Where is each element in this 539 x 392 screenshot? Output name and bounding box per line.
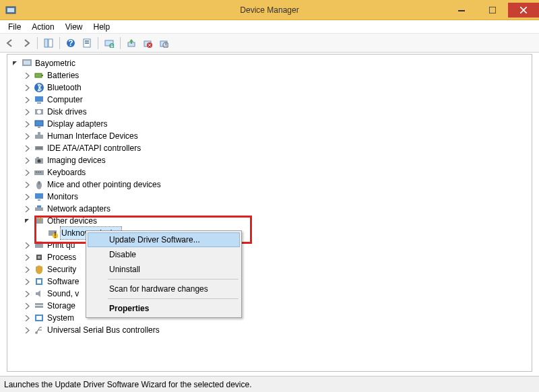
uninstall-button[interactable] [140,36,155,51]
expand-icon[interactable] [24,205,31,213]
disable-button[interactable] [156,36,171,51]
display-icon [34,119,44,129]
tree-item-ide[interactable]: IDE ATA/ATAPI controllers [10,142,532,154]
menu-action[interactable]: Action [26,21,59,33]
update-driver-button[interactable] [124,36,139,51]
expand-icon[interactable] [24,290,31,298]
tree-item-label: Security [47,263,76,275]
tree-item-label: Bluetooth [47,81,82,94]
hid-icon [34,131,44,141]
context-update-driver[interactable]: Update Driver Software... [88,232,240,247]
tree-item-display-adapters[interactable]: Display adapters [10,118,532,130]
expand-icon[interactable] [24,242,31,249]
expand-icon[interactable] [24,84,31,92]
tree-item-label: IDE ATA/ATAPI controllers [47,142,141,154]
toolbar-separator [120,37,121,49]
context-properties[interactable]: Properties [88,301,240,316]
svg-rect-42 [36,172,37,172]
tree-item-computer[interactable]: Computer [10,94,532,106]
monitor-icon [34,191,44,202]
expand-icon[interactable] [24,169,31,176]
tree-item-imaging[interactable]: Imaging devices [10,154,532,166]
close-button[interactable] [508,3,539,18]
tree-item-other-devices[interactable]: ? Other devices [10,215,532,227]
svg-rect-49 [35,207,43,211]
svg-rect-62 [35,303,43,305]
minimize-button[interactable] [446,3,477,18]
collapse-icon[interactable] [11,60,19,67]
window-buttons [446,3,539,18]
expand-icon[interactable] [24,315,31,322]
svg-text:?: ? [68,38,73,48]
expand-icon[interactable] [24,193,31,201]
tree-item-label: Mice and other pointing devices [47,178,161,191]
collapse-icon[interactable] [24,218,31,225]
svg-rect-24 [35,73,42,77]
properties-button[interactable] [80,36,94,51]
svg-rect-13 [105,40,113,46]
svg-rect-44 [40,172,41,172]
expand-icon[interactable] [24,266,31,273]
tree-item-network-adapters[interactable]: Network adapters [10,203,532,215]
tree-item-batteries[interactable]: Batteries [10,69,532,81]
expand-icon[interactable] [24,145,31,152]
computer-icon [34,94,44,105]
scan-hardware-button[interactable] [102,36,117,51]
expand-icon[interactable] [24,327,31,334]
menu-help[interactable]: Help [88,21,116,33]
expand-icon[interactable] [24,157,31,164]
expand-icon[interactable] [24,96,31,104]
svg-rect-28 [37,102,41,104]
tree-item-bluetooth[interactable]: Bluetooth [10,81,532,94]
ide-icon [34,143,44,154]
back-button[interactable] [3,36,18,51]
svg-rect-32 [38,127,40,128]
expand-icon[interactable] [24,302,31,310]
tree-item-keyboards[interactable]: Keyboards [10,166,532,178]
svg-rect-12 [85,42,89,44]
tree-item-usb[interactable]: Universal Serial Bus controllers [10,324,532,336]
app-icon [5,5,16,15]
help-button[interactable]: ? [63,36,78,51]
expand-icon[interactable] [24,121,31,128]
expand-icon[interactable] [24,108,31,116]
svg-point-30 [37,110,41,114]
toolbar: ? [0,34,539,53]
svg-rect-11 [85,40,89,42]
tree-item-monitors[interactable]: Monitors [10,191,532,203]
expand-icon[interactable] [24,254,31,261]
menu-view[interactable]: View [60,21,88,33]
tree-root[interactable]: Bayometric [10,57,532,69]
expand-icon[interactable] [24,133,31,140]
expand-icon[interactable] [24,181,31,189]
svg-rect-25 [42,75,43,76]
svg-rect-41 [34,170,44,175]
svg-rect-40 [36,157,39,158]
statusbar: Launches the Update Driver Software Wiza… [0,376,539,392]
show-hide-tree-button[interactable] [41,36,56,51]
svg-rect-61 [37,280,41,284]
tree-item-disk-drives[interactable]: Disk drives [10,106,532,118]
tree-item-label: Sound, v [47,288,79,300]
tree-item-hid[interactable]: Human Interface Devices [10,130,532,142]
context-disable[interactable]: Disable [88,247,240,262]
tree-item-label: System [47,312,74,324]
tree-item-label: Batteries [47,69,79,81]
tree-item-mice[interactable]: Mice and other pointing devices [10,178,532,191]
context-scan[interactable]: Scan for hardware changes [88,282,240,296]
context-uninstall[interactable]: Uninstall [88,262,240,277]
expand-icon[interactable] [24,278,31,286]
maximize-button[interactable] [477,3,508,18]
forward-button[interactable] [19,36,34,51]
svg-rect-63 [35,306,43,308]
tree-item-label: Network adapters [47,203,110,215]
svg-rect-7 [49,39,53,47]
storage-icon [34,300,44,311]
svg-rect-31 [35,121,43,126]
tree-item-label: Software [47,275,79,288]
bluetooth-icon [34,82,44,93]
toolbar-separator [98,37,98,49]
expand-icon[interactable] [24,72,31,79]
menu-file[interactable]: File [3,21,26,33]
svg-rect-36 [36,147,42,148]
